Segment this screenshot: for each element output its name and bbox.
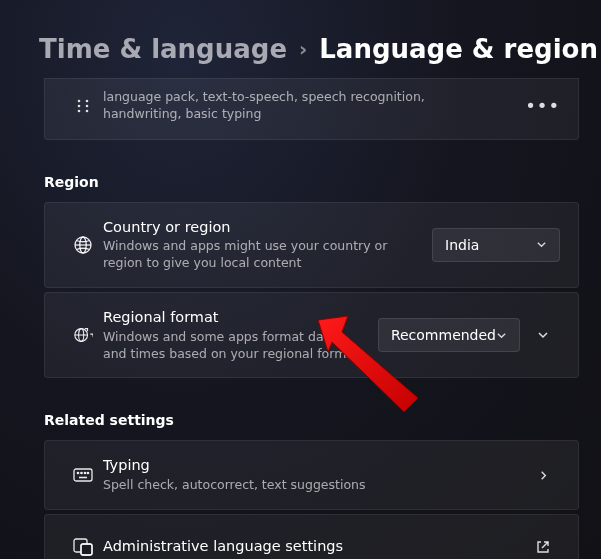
svg-point-14: [81, 472, 82, 473]
country-region-title: Country or region: [103, 218, 420, 238]
drag-handle-icon[interactable]: [63, 98, 103, 114]
regional-format-title: Regional format: [103, 308, 366, 328]
language-pack-card[interactable]: language pack, text-to-speech, speech re…: [44, 78, 579, 140]
chevron-down-icon: [496, 330, 507, 341]
svg-point-3: [86, 105, 89, 108]
svg-point-13: [77, 472, 78, 473]
svg-rect-19: [81, 544, 92, 555]
language-pack-desc: language pack, text-to-speech, speech re…: [103, 89, 507, 123]
svg-point-5: [86, 110, 89, 113]
admin-language-icon: [63, 538, 103, 556]
breadcrumb-parent[interactable]: Time & language: [39, 34, 287, 64]
expand-button[interactable]: [526, 318, 560, 352]
svg-point-2: [78, 105, 81, 108]
globe-icon: [63, 235, 103, 255]
related-settings-header: Related settings: [44, 412, 579, 428]
breadcrumb: Time & language › Language & region: [0, 0, 601, 64]
regional-format-value: Recommended: [391, 327, 496, 343]
typing-title: Typing: [103, 456, 508, 476]
svg-point-16: [87, 472, 88, 473]
regional-format-desc: Windows and some apps format dates and t…: [103, 329, 366, 363]
typing-card[interactable]: Typing Spell check, autocorrect, text su…: [44, 440, 579, 509]
country-region-dropdown[interactable]: India: [432, 228, 560, 262]
regional-format-dropdown[interactable]: Recommended: [378, 318, 520, 352]
region-section-header: Region: [44, 174, 579, 190]
globe-region-icon: [63, 325, 103, 345]
country-region-desc: Windows and apps might use your country …: [103, 238, 420, 272]
country-region-card: Country or region Windows and apps might…: [44, 202, 579, 288]
keyboard-icon: [63, 468, 103, 482]
country-region-value: India: [445, 237, 479, 253]
svg-point-0: [78, 100, 81, 103]
regional-format-card: Regional format Windows and some apps fo…: [44, 292, 579, 378]
svg-point-1: [86, 100, 89, 103]
typing-desc: Spell check, autocorrect, text suggestio…: [103, 477, 508, 494]
chevron-right-icon: [526, 458, 560, 492]
admin-language-title: Administrative language settings: [103, 537, 508, 557]
svg-rect-12: [74, 469, 92, 481]
admin-language-card[interactable]: Administrative language settings: [44, 514, 579, 559]
open-external-icon: [526, 530, 560, 559]
svg-point-4: [78, 110, 81, 113]
breadcrumb-separator-icon: ›: [299, 37, 307, 61]
chevron-down-icon: [536, 239, 547, 250]
more-options-icon[interactable]: •••: [525, 95, 560, 116]
breadcrumb-current: Language & region: [319, 34, 598, 64]
svg-point-15: [84, 472, 85, 473]
